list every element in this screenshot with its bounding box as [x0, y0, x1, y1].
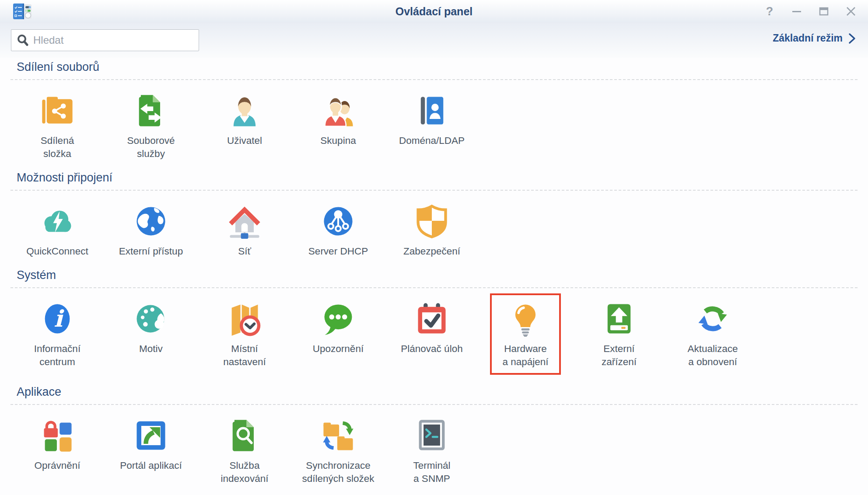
- section-header-file-sharing: Sdílení souborů: [17, 60, 851, 74]
- user-icon: [226, 92, 263, 129]
- section-header-applications: Aplikace: [17, 385, 851, 399]
- palette-icon: [133, 300, 169, 337]
- item-update-restore[interactable]: Aktualizace a obnovení: [666, 300, 760, 369]
- domain-ldap-icon: [413, 92, 450, 129]
- toolbar: Základní režim: [0, 23, 868, 58]
- section-system: Systém i Informační centrum: [10, 268, 858, 375]
- item-label: Terminál a SNMP: [413, 459, 450, 485]
- help-icon[interactable]: ?: [764, 6, 775, 17]
- section-connectivity: Možnosti připojení QuickConnect: [10, 171, 858, 258]
- basic-mode-link[interactable]: Základní režim: [773, 32, 856, 44]
- item-domain-ldap[interactable]: Doména/LDAP: [385, 92, 479, 147]
- item-label: Oprávnění: [34, 459, 80, 472]
- item-shared-folder[interactable]: Sdílená složka: [10, 92, 104, 160]
- update-arrows-icon: [694, 300, 731, 337]
- minimize-icon[interactable]: [791, 6, 802, 17]
- item-label: Služba indexování: [221, 459, 269, 485]
- maximize-icon[interactable]: [818, 6, 830, 17]
- item-label: Souborové služby: [127, 134, 175, 160]
- shared-folder-icon: [39, 92, 76, 129]
- item-label: Síť: [238, 245, 251, 258]
- indexing-search-doc-icon: [226, 417, 263, 454]
- folder-sync-icon: [320, 417, 357, 454]
- section-header-system: Systém: [17, 268, 851, 282]
- item-network[interactable]: Síť: [198, 203, 291, 258]
- chevron-right-icon: [848, 33, 856, 44]
- portal-arrow-icon: [133, 417, 169, 454]
- item-label: Server DHCP: [308, 245, 368, 258]
- item-label: Sdílená složka: [41, 134, 74, 160]
- item-group[interactable]: Skupina: [291, 92, 385, 147]
- dhcp-nodes-icon: [320, 203, 357, 240]
- item-privileges[interactable]: Oprávnění: [10, 417, 104, 472]
- item-label: Portál aplikací: [120, 459, 182, 472]
- item-shared-folder-sync[interactable]: Synchronizace sdílených složek: [291, 417, 385, 485]
- item-label: Externí přístup: [119, 245, 183, 258]
- title-bar: Ovládací panel ?: [0, 0, 868, 23]
- item-label: Zabezpečení: [403, 245, 460, 258]
- section-header-connectivity: Možnosti připojení: [17, 171, 851, 185]
- info-icon: i: [39, 300, 76, 337]
- calendar-check-icon: [413, 300, 450, 337]
- item-label: Hardware a napájení: [502, 342, 548, 369]
- item-user[interactable]: Uživatel: [198, 92, 291, 147]
- item-label: Místní nastavení: [223, 342, 266, 369]
- speech-bubble-icon: [320, 300, 357, 337]
- item-quickconnect[interactable]: QuickConnect: [10, 203, 104, 258]
- item-task-scheduler[interactable]: Plánovač úloh: [385, 300, 479, 356]
- security-shield-icon: [413, 203, 450, 240]
- light-bulb-icon: [507, 300, 544, 337]
- item-hardware-power[interactable]: Hardware a napájení: [479, 300, 572, 375]
- globe-icon: [133, 203, 169, 240]
- item-dhcp-server[interactable]: Server DHCP: [291, 203, 385, 258]
- item-label: Upozornění: [313, 342, 364, 356]
- item-terminal-snmp[interactable]: Terminál a SNMP: [385, 417, 479, 485]
- item-external-devices[interactable]: Externí zařízení: [572, 300, 666, 369]
- group-icon: [320, 92, 357, 129]
- terminal-icon: [413, 417, 450, 454]
- network-house-icon: [226, 203, 263, 240]
- item-label: Doména/LDAP: [399, 134, 465, 147]
- item-label: QuickConnect: [26, 245, 88, 258]
- file-services-icon: [133, 92, 169, 129]
- search-input[interactable]: [33, 34, 193, 46]
- search-icon: [17, 34, 29, 46]
- item-theme[interactable]: Motiv: [104, 300, 198, 356]
- item-label: Aktualizace a obnovení: [687, 342, 738, 369]
- item-label: Motiv: [139, 342, 163, 356]
- item-security[interactable]: Zabezpečení: [385, 203, 479, 258]
- item-indexing-service[interactable]: Služba indexování: [198, 417, 291, 485]
- item-notification[interactable]: Upozornění: [291, 300, 385, 356]
- section-applications: Aplikace Oprávnění: [10, 385, 858, 485]
- map-clock-icon: [226, 300, 263, 337]
- item-info-center[interactable]: i Informační centrum: [10, 300, 104, 369]
- basic-mode-label: Základní režim: [773, 32, 843, 44]
- item-file-services[interactable]: Souborové služby: [104, 92, 198, 160]
- item-label: Synchronizace sdílených složek: [302, 459, 374, 485]
- item-external-access[interactable]: Externí přístup: [104, 203, 198, 258]
- window-title: Ovládací panel: [396, 5, 472, 18]
- item-label: Skupina: [320, 134, 356, 147]
- section-file-sharing: Sdílení souborů Sdílená složka: [10, 60, 858, 160]
- search-box[interactable]: [11, 29, 199, 51]
- item-regional-options[interactable]: Místní nastavení: [198, 300, 291, 369]
- privileges-lock-grid-icon: [39, 417, 76, 454]
- close-icon[interactable]: [845, 6, 857, 17]
- highlight-box: Hardware a napájení: [490, 293, 561, 375]
- item-label: Plánovač úloh: [401, 342, 462, 356]
- item-label: Uživatel: [227, 134, 262, 147]
- item-label: Informační centrum: [34, 342, 80, 369]
- external-device-icon: [601, 300, 637, 337]
- item-label: Externí zařízení: [602, 342, 637, 369]
- quickconnect-cloud-icon: [39, 203, 76, 240]
- item-application-portal[interactable]: Portál aplikací: [104, 417, 198, 472]
- control-panel-app-icon: [12, 3, 32, 20]
